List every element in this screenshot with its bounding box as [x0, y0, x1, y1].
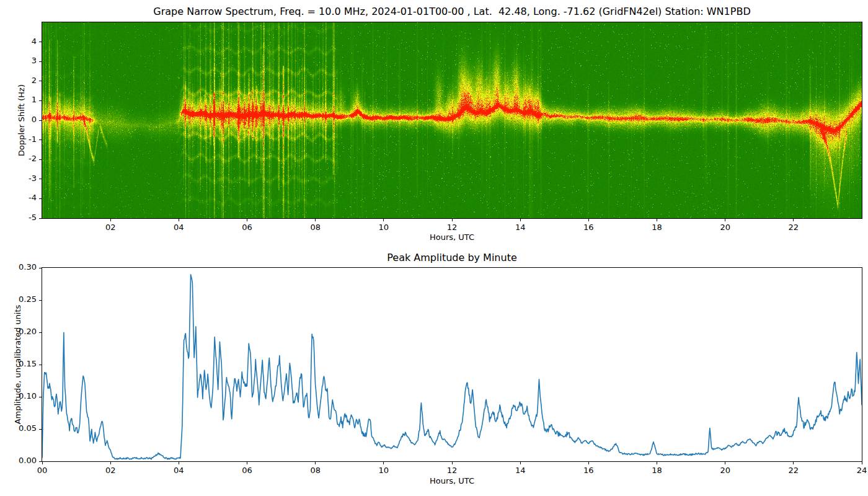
y-tick-label: 0.10: [7, 391, 37, 401]
x-tick-mark: [588, 462, 589, 464]
x-tick-label: 24: [848, 466, 868, 475]
y-tick-mark: [39, 140, 42, 140]
y-tick-mark: [39, 81, 42, 81]
amplitude-canvas: [42, 268, 862, 461]
x-tick-mark: [110, 219, 111, 221]
y-tick-mark: [39, 159, 42, 160]
spectrogram-x-axis-label: Hours, UTC: [390, 232, 514, 242]
y-tick-mark: [39, 397, 42, 397]
amplitude-x-axis-label: Hours, UTC: [390, 476, 514, 485]
y-tick-label: -2: [7, 154, 37, 163]
y-tick-mark: [39, 461, 42, 462]
x-tick-label: 06: [234, 466, 261, 475]
y-tick-mark: [39, 365, 42, 365]
y-tick-label: 0.05: [7, 423, 37, 433]
y-tick-mark: [39, 268, 42, 268]
y-tick-label: 3: [7, 56, 37, 65]
x-tick-mark: [520, 219, 521, 221]
x-tick-mark: [452, 219, 453, 221]
x-tick-mark: [793, 462, 794, 464]
x-tick-label: 02: [97, 223, 124, 232]
y-tick-mark: [39, 100, 42, 101]
x-tick-mark: [657, 462, 657, 464]
x-tick-mark: [588, 219, 589, 221]
x-tick-label: 06: [234, 223, 261, 232]
spectrogram-plot-area: [42, 22, 862, 219]
x-tick-mark: [793, 219, 794, 221]
y-tick-mark: [39, 179, 42, 179]
x-tick-label: 08: [302, 466, 329, 475]
x-tick-mark: [725, 462, 725, 464]
x-tick-label: 18: [644, 223, 671, 232]
x-tick-mark: [179, 462, 179, 464]
y-tick-mark: [39, 198, 42, 199]
x-tick-mark: [657, 219, 657, 221]
y-tick-label: 0: [7, 115, 37, 124]
x-tick-mark: [179, 219, 179, 221]
y-tick-mark: [39, 61, 42, 62]
y-tick-mark: [39, 332, 42, 333]
y-tick-mark: [39, 429, 42, 430]
spectrogram-title: Grape Narrow Spectrum, Freq. = 10.0 MHz,…: [42, 6, 862, 17]
y-tick-label: 0.30: [7, 262, 37, 272]
x-tick-label: 16: [575, 223, 602, 232]
x-tick-label: 04: [165, 223, 192, 232]
x-tick-mark: [315, 462, 316, 464]
x-tick-label: 08: [302, 223, 329, 232]
amplitude-plot-area: [42, 267, 862, 462]
y-tick-label: -1: [7, 135, 37, 144]
x-tick-mark: [520, 462, 521, 464]
x-tick-mark: [383, 462, 384, 464]
x-tick-label: 00: [29, 466, 56, 475]
y-tick-label: 0.20: [7, 327, 37, 336]
x-tick-label: 14: [507, 466, 534, 475]
x-tick-mark: [315, 219, 316, 221]
x-tick-label: 16: [575, 466, 602, 475]
figure: Grape Narrow Spectrum, Freq. = 10.0 MHz,…: [0, 0, 868, 496]
y-tick-label: 2: [7, 76, 37, 85]
x-tick-label: 20: [712, 223, 739, 232]
y-tick-label: -4: [7, 193, 37, 202]
x-tick-mark: [862, 462, 862, 464]
x-tick-label: 04: [165, 466, 192, 475]
x-tick-label: 14: [507, 223, 534, 232]
x-tick-mark: [725, 219, 725, 221]
x-tick-mark: [452, 462, 453, 464]
x-tick-label: 18: [644, 466, 671, 475]
y-tick-label: 0.25: [7, 294, 37, 304]
amplitude-title: Peak Amplitude by Minute: [42, 252, 862, 264]
x-tick-label: 12: [438, 223, 466, 232]
x-tick-label: 22: [780, 466, 807, 475]
y-tick-label: 0.15: [7, 359, 37, 368]
x-tick-mark: [42, 462, 43, 464]
x-tick-label: 02: [97, 466, 124, 475]
y-tick-label: -5: [7, 213, 37, 222]
x-tick-mark: [247, 462, 247, 464]
spectrogram-canvas: [42, 22, 862, 218]
y-tick-label: 1: [7, 95, 37, 104]
y-tick-label: -3: [7, 174, 37, 183]
x-tick-label: 10: [370, 223, 397, 232]
y-tick-label: 0.00: [7, 456, 37, 465]
x-tick-label: 12: [438, 466, 466, 475]
y-tick-mark: [39, 42, 42, 42]
x-tick-label: 10: [370, 466, 397, 475]
x-tick-mark: [247, 219, 247, 221]
y-tick-mark: [39, 300, 42, 301]
y-tick-mark: [39, 218, 42, 219]
y-tick-label: 4: [7, 37, 37, 46]
x-tick-label: 20: [712, 466, 739, 475]
y-tick-mark: [39, 120, 42, 121]
x-tick-mark: [110, 462, 111, 464]
x-tick-label: 22: [780, 223, 807, 232]
x-tick-mark: [383, 219, 384, 221]
